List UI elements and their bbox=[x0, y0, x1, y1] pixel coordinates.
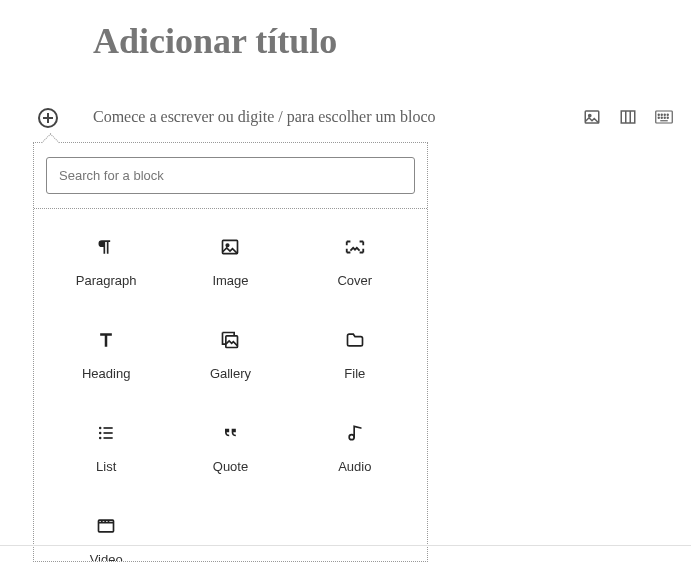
block-item-image[interactable]: Image bbox=[168, 229, 292, 294]
block-item-list[interactable]: List bbox=[44, 415, 168, 480]
block-item-paragraph[interactable]: Paragraph bbox=[44, 229, 168, 294]
heading-icon bbox=[94, 328, 118, 352]
block-item-audio[interactable]: Audio bbox=[293, 415, 417, 480]
block-label: Heading bbox=[82, 366, 130, 381]
block-item-gallery[interactable]: Gallery bbox=[168, 322, 292, 387]
prompt-text: Comece a escrever ou digite / para escol… bbox=[93, 108, 436, 126]
svg-point-13 bbox=[667, 117, 668, 118]
svg-rect-2 bbox=[621, 111, 635, 123]
keyboard-icon[interactable] bbox=[655, 108, 673, 126]
svg-point-9 bbox=[667, 114, 668, 115]
block-item-cover[interactable]: Cover bbox=[293, 229, 417, 294]
list-icon bbox=[94, 421, 118, 445]
block-inserter-popover: ParagraphImageCoverHeadingGalleryFileLis… bbox=[33, 142, 428, 562]
svg-point-8 bbox=[664, 114, 665, 115]
svg-point-7 bbox=[661, 114, 662, 115]
cover-icon bbox=[343, 235, 367, 259]
block-label: Video bbox=[90, 552, 123, 561]
svg-point-18 bbox=[99, 427, 102, 430]
svg-point-6 bbox=[658, 114, 659, 115]
block-label: Cover bbox=[337, 273, 372, 288]
paragraph-icon bbox=[94, 235, 118, 259]
svg-point-12 bbox=[664, 117, 665, 118]
blocks-scroll[interactable]: ParagraphImageCoverHeadingGalleryFileLis… bbox=[34, 209, 427, 561]
block-label: Gallery bbox=[210, 366, 251, 381]
block-label: File bbox=[344, 366, 365, 381]
block-label: Paragraph bbox=[76, 273, 137, 288]
audio-icon bbox=[343, 421, 367, 445]
post-title-input[interactable] bbox=[93, 20, 593, 62]
svg-rect-19 bbox=[104, 427, 113, 429]
quote-icon bbox=[218, 421, 242, 445]
svg-point-11 bbox=[661, 117, 662, 118]
block-label: Audio bbox=[338, 459, 371, 474]
gallery-icon bbox=[218, 328, 242, 352]
svg-point-16 bbox=[227, 244, 230, 247]
plus-icon bbox=[42, 112, 54, 124]
svg-point-10 bbox=[658, 117, 659, 118]
block-item-file[interactable]: File bbox=[293, 322, 417, 387]
svg-rect-23 bbox=[104, 437, 113, 439]
divider bbox=[0, 545, 691, 546]
video-icon bbox=[94, 514, 118, 538]
block-item-heading[interactable]: Heading bbox=[44, 322, 168, 387]
svg-rect-21 bbox=[104, 432, 113, 434]
image-icon bbox=[218, 235, 242, 259]
columns-icon[interactable] bbox=[619, 108, 637, 126]
search-wrap bbox=[34, 143, 427, 209]
block-label: Image bbox=[212, 273, 248, 288]
add-block-button[interactable] bbox=[38, 108, 58, 128]
block-search-input[interactable] bbox=[46, 157, 415, 194]
block-item-video[interactable]: Video bbox=[44, 508, 168, 561]
file-icon bbox=[343, 328, 367, 352]
block-label: Quote bbox=[213, 459, 248, 474]
block-item-quote[interactable]: Quote bbox=[168, 415, 292, 480]
svg-point-22 bbox=[99, 437, 102, 440]
svg-point-20 bbox=[99, 432, 102, 435]
block-label: List bbox=[96, 459, 116, 474]
image-icon[interactable] bbox=[583, 108, 601, 126]
svg-point-1 bbox=[589, 114, 591, 116]
